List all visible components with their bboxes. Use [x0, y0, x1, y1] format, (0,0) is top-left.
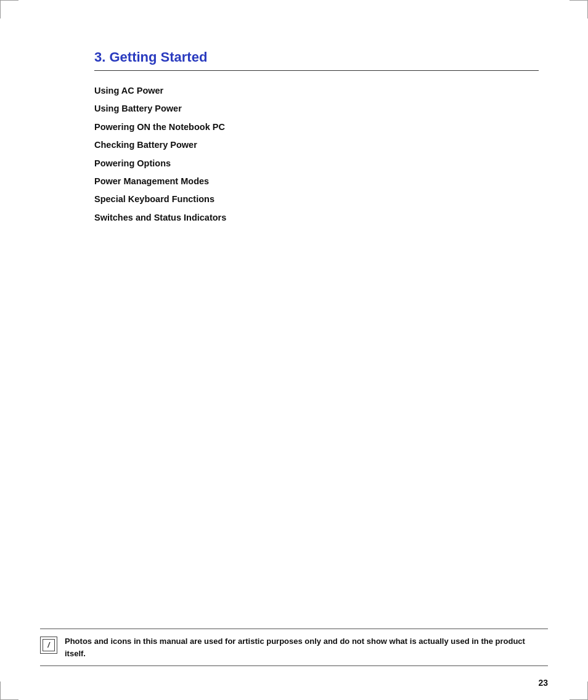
page-number: 23: [538, 678, 548, 688]
note-divider-top: [40, 629, 548, 629]
list-item: Using Battery Power: [94, 100, 539, 118]
list-item: Checking Battery Power: [94, 136, 539, 154]
corner-mark-top-right: [570, 0, 588, 18]
list-item: Special Keyboard Functions: [94, 190, 539, 208]
bottom-note: / Photos and icons in this manual are us…: [40, 629, 548, 666]
title-divider: [94, 70, 539, 71]
toc-list: Using AC Power Using Battery Power Power…: [94, 82, 539, 227]
corner-mark-bottom-left: [0, 682, 18, 700]
list-item: Powering ON the Notebook PC: [94, 118, 539, 136]
corner-mark-top-left: [0, 0, 18, 18]
note-divider-bottom: [40, 665, 548, 666]
corner-mark-bottom-right: [570, 682, 588, 700]
list-item: Using AC Power: [94, 82, 539, 100]
page-content: 3. Getting Started Using AC Power Using …: [94, 49, 539, 651]
note-icon: /: [40, 637, 57, 654]
chapter-title: 3. Getting Started: [94, 49, 539, 65]
list-item: Powering Options: [94, 155, 539, 173]
note-icon-symbol: /: [47, 641, 49, 649]
list-item: Switches and Status Indicators: [94, 209, 539, 227]
list-item: Power Management Modes: [94, 173, 539, 190]
note-text: Photos and icons in this manual are used…: [65, 635, 548, 659]
note-content: / Photos and icons in this manual are us…: [40, 635, 548, 659]
